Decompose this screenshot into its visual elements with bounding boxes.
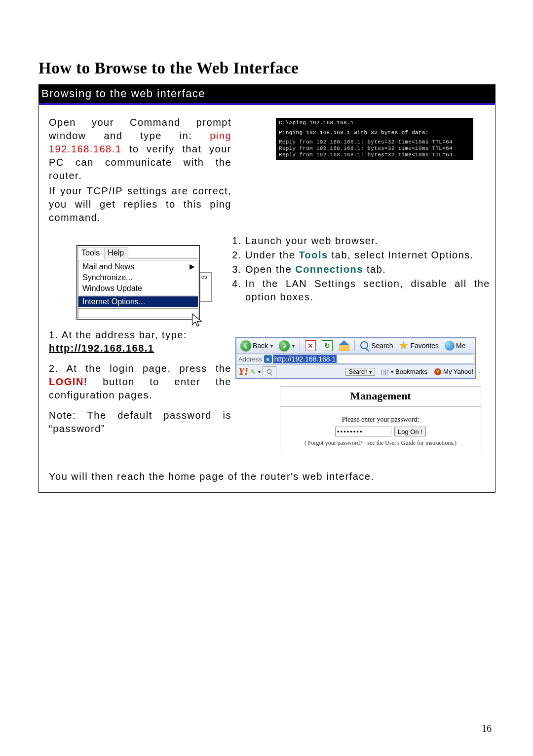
menu-internet-options[interactable]: Internet Options...	[78, 296, 198, 307]
logon-button[interactable]: Log On !	[394, 427, 426, 436]
addr-step-2: 2. At the login page, press the LOGIN! b…	[49, 362, 231, 402]
step-3: Open the Connections tab.	[245, 263, 490, 276]
footer-text: You will then reach the home page of the…	[44, 471, 490, 482]
tools-items: Mail and News ▶ Synchronize... Windows U…	[78, 260, 198, 309]
back-button[interactable]: Back ▾	[238, 340, 275, 352]
page-number: 16	[482, 723, 492, 734]
back-icon	[240, 340, 251, 351]
ie-icon: e	[264, 355, 272, 363]
caret-icon: ▾	[292, 343, 295, 349]
ping-line5: Reply from 192.168.168.1: bytes=32 time<…	[279, 152, 471, 158]
intro-p1: Open your Command prompt window and type…	[49, 116, 231, 182]
ping-terminal: C:\>ping 192.168.168.1 Pinging 192.168.1…	[276, 118, 473, 160]
addr-step-1a: 1. At the address bar, type:	[49, 329, 187, 340]
refresh-button[interactable]: ↻	[320, 340, 335, 352]
section-banner: Browsing to the web interface	[38, 84, 495, 105]
menu-mail-news-label: Mail and News	[82, 262, 134, 271]
home-button[interactable]	[337, 340, 351, 352]
favorites-label: Favorites	[410, 342, 439, 350]
menu-mail-news[interactable]: Mail and News ▶	[78, 261, 198, 272]
caret-icon: ▾	[369, 369, 372, 375]
step-3-connections: Connections	[295, 264, 363, 275]
step-2: Under the Tools tab, select Internet Opt…	[245, 249, 490, 262]
globe-icon	[445, 341, 455, 351]
my-yahoo-icon: Y	[434, 368, 441, 375]
yahoo-logo-icon: Y!	[238, 366, 248, 377]
management-prompt: Please enter your password:	[283, 416, 478, 424]
bookmarks-label[interactable]: Bookmarks	[395, 368, 427, 375]
media-button[interactable]: Me	[443, 340, 467, 351]
address-url: http://192.168.168.1	[273, 355, 337, 363]
step-3b: tab.	[363, 264, 386, 275]
intro-p1a: Open your Command prompt window and type…	[49, 117, 231, 141]
ping-line4: Reply from 192.168.168.1: bytes=32 time<…	[279, 145, 471, 152]
yahoo-caret: ▾	[258, 369, 261, 374]
address-label: Address	[238, 356, 262, 363]
addr-step-1: 1. At the address bar, type: http://192.…	[49, 328, 231, 355]
steps-col: Launch your web browser. Under the Tools…	[230, 231, 490, 305]
address-bar[interactable]: http://192.168.168.1	[273, 355, 473, 363]
yahoo-search-button[interactable]: Search ▾	[345, 368, 375, 376]
my-yahoo-label[interactable]: My Yahoo!	[443, 368, 473, 375]
search-icon	[360, 341, 370, 351]
forward-button[interactable]: ▾	[277, 340, 297, 352]
intro-p2: If your TCP/IP settings are correct, you…	[49, 184, 231, 224]
browser-toolbar: Back ▾ ▾ ✕ ↻	[235, 337, 476, 379]
default-password-note: Note: The default password is “password”	[49, 409, 231, 435]
menu-synchronize[interactable]: Synchronize...	[78, 272, 198, 283]
login-word: LOGIN!	[49, 376, 88, 387]
bookmarks-caret: ▾	[391, 369, 393, 374]
tab-help[interactable]: Help	[104, 247, 128, 259]
management-input-row: Log On !	[283, 427, 478, 436]
forward-icon	[279, 340, 290, 351]
home-icon	[339, 340, 349, 351]
yahoo-search-dropdown[interactable]	[263, 366, 276, 377]
toolbar-row-2: Address e http://192.168.168.1	[236, 354, 475, 365]
submenu-peek: es	[200, 272, 212, 302]
cursor-icon	[191, 313, 206, 327]
step-2b: tab, select Internet Options.	[328, 250, 474, 260]
tools-outer: Tools Help Mail and News ▶ Synchronize..…	[76, 245, 200, 320]
management-title: Management	[280, 387, 481, 407]
stop-button[interactable]: ✕	[303, 340, 318, 352]
page: How to Browse to the Web Interface Brows…	[0, 0, 533, 756]
intro-right: C:\>ping 192.168.168.1 Pinging 192.168.1…	[235, 116, 490, 160]
menu-windows-update[interactable]: Windows Update	[78, 283, 198, 294]
forgot-password-note: ( Forgot your password? - see the User's…	[283, 439, 478, 447]
step-4: In the LAN Settings section, disable all…	[245, 277, 490, 304]
tab-tools[interactable]: Tools	[78, 247, 104, 259]
stop-icon: ✕	[305, 340, 316, 351]
tools-col: Tools Help Mail and News ▶ Synchronize..…	[44, 231, 227, 320]
toolbar-row-3: Y! ✎ ▾ Search ▾ ▯▯ ▾	[236, 365, 475, 378]
steps-list: Launch your web browser. Under the Tools…	[230, 234, 490, 304]
ping-line3: Reply from 192.168.168.1: bytes=32 time<…	[279, 139, 471, 145]
caret-icon: ▾	[270, 343, 273, 349]
router-url: http://192.168.168.1	[49, 343, 154, 354]
media-label: Me	[456, 342, 465, 350]
back-label: Back	[253, 342, 268, 350]
management-body: Please enter your password: Log On ! ( F…	[280, 407, 481, 451]
management-login-box: Management Please enter your password: L…	[280, 386, 481, 451]
intro-left: Open your Command prompt window and type…	[44, 116, 231, 226]
row-intro: Open your Command prompt window and type…	[44, 116, 490, 226]
password-input[interactable]	[335, 427, 391, 436]
row-tools-steps: Tools Help Mail and News ▶ Synchronize..…	[44, 231, 490, 320]
search-label: Search	[371, 342, 393, 350]
content-box: Open your Command prompt window and type…	[38, 105, 495, 493]
addr-step-2a: 2. At the login page, press the	[49, 363, 231, 374]
pencil-icon: ✎	[250, 368, 256, 376]
page-title: How to Browse to the Web Interface	[38, 59, 495, 77]
browser-col: Back ▾ ▾ ✕ ↻	[235, 328, 490, 451]
step-1: Launch your web browser.	[245, 234, 490, 248]
bookmarks-icon: ▯▯	[381, 368, 389, 376]
search-button[interactable]: Search	[358, 340, 395, 351]
ping-line2: Pinging 192.168.168.1 with 32 bytes of d…	[279, 130, 471, 136]
ping-line1: C:\>ping 192.168.168.1	[279, 120, 471, 126]
favorites-button[interactable]: ★ Favorites	[397, 340, 441, 351]
step-2-tools: Tools	[299, 250, 328, 260]
tools-menu: Tools Help Mail and News ▶ Synchronize..…	[76, 245, 200, 320]
menu-separator	[79, 295, 197, 295]
addr-steps-col: 1. At the address bar, type: http://192.…	[44, 328, 231, 437]
toolbar-row-1: Back ▾ ▾ ✕ ↻	[236, 338, 475, 354]
search-icon	[266, 369, 272, 375]
